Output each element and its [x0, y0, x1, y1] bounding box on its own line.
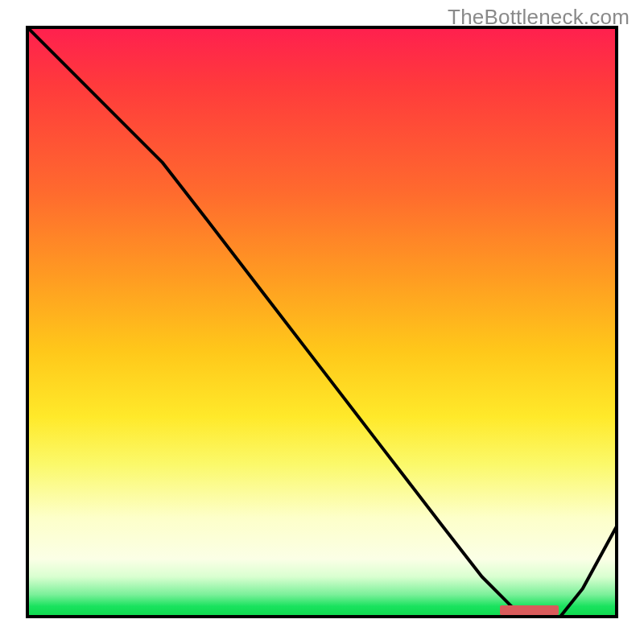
chart-container: TheBottleneck.com	[0, 0, 644, 644]
heatmap-gradient	[26, 26, 618, 618]
optimal-region-marker	[500, 605, 559, 615]
plot-area	[26, 26, 618, 618]
